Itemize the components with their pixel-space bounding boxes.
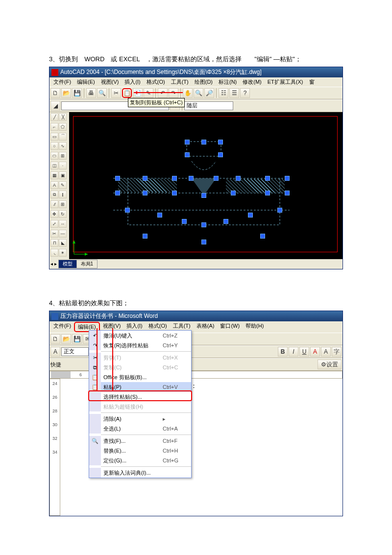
extend-icon[interactable]: — [59,230,67,238]
zoom2-icon[interactable]: 🔎 [204,88,214,98]
save-icon[interactable]: 💾 [72,88,82,98]
style-combo[interactable]: 正文 [61,347,89,356]
menu-window[interactable]: 窗 [306,78,318,86]
menu-item-copy[interactable]: ⧉复制(C)Ctrl+C [89,362,191,372]
chamfer-icon[interactable]: ◣ [59,239,67,247]
redo-icon[interactable]: ↷ [169,88,178,98]
line-icon[interactable]: ╱ [50,113,58,121]
linetype-dropdown[interactable]: 随层 [184,101,233,110]
grip[interactable] [265,176,270,181]
match-icon[interactable]: ✎ [144,88,153,98]
circle-icon[interactable]: ○ [50,142,58,150]
new-icon[interactable]: 🗋 [50,88,60,98]
dc-icon[interactable]: ☰ [229,88,239,98]
grip[interactable] [115,176,120,181]
cut-icon[interactable]: ✂ [111,88,121,98]
menu-item-clear[interactable]: 清除(A)▸ [89,414,191,424]
menu-view[interactable]: 视图(V) [98,78,122,86]
grip[interactable] [143,176,147,181]
menu-draw[interactable]: 绘图(D) [192,78,216,86]
grip[interactable] [260,234,265,239]
grip[interactable] [248,213,253,217]
pline-icon[interactable]: ⌐ [50,123,58,131]
grip[interactable] [172,191,177,195]
fillet-icon[interactable]: ◟ [50,249,58,257]
grip[interactable] [115,191,120,195]
props-icon[interactable]: ☷ [219,88,228,98]
move-icon[interactable]: ✥ [50,210,58,218]
grip[interactable] [185,140,190,145]
offset-icon[interactable]: ⫽ [50,200,58,208]
underline-icon[interactable]: U [299,347,309,357]
break-icon[interactable]: ⊓ [50,239,58,247]
polygon-icon[interactable]: ⬠ [59,123,67,131]
autocad-canvas[interactable] [69,112,343,259]
menu-file[interactable]: 文件(F) [50,322,74,332]
menu-modify[interactable]: 修改(M) [240,78,265,86]
menu-item-find[interactable]: 🔍查找(F)...Ctrl+F [89,436,191,446]
grip[interactable] [189,176,194,181]
stretch-icon[interactable]: ↔ [59,220,67,228]
grip[interactable] [182,219,187,224]
xline-icon[interactable]: ╳ [59,113,67,121]
grip[interactable] [143,191,147,195]
grip[interactable] [277,208,282,213]
grip[interactable] [201,222,206,227]
menu-item-select-all[interactable]: 全选(L)Ctrl+A [89,424,191,434]
menu-item-office-clipboard[interactable]: 📋Office 剪贴板(B)... [89,372,191,382]
grip[interactable] [285,176,290,181]
undo-icon[interactable]: ↶ [158,88,168,98]
hatch-icon[interactable]: ▦ [50,171,58,179]
help-icon[interactable]: ? [240,88,250,98]
region-icon[interactable]: ▣ [59,171,67,179]
grip[interactable] [201,193,206,198]
open-icon[interactable]: 📂 [61,88,71,98]
array-icon[interactable]: ⊞ [59,200,67,208]
menu-item-replace[interactable]: 替换(E)...Ctrl+H [89,446,191,456]
menu-insert[interactable]: 插入(I) [122,78,143,86]
open-icon[interactable]: 📂 [61,334,71,344]
grip[interactable] [125,208,130,213]
print-icon[interactable]: 🖶 [86,88,96,98]
char-shading-icon[interactable]: 字 [332,347,342,357]
char-border-icon[interactable]: A [321,347,331,357]
grip[interactable] [218,140,223,145]
grip[interactable] [265,191,270,195]
rect-icon[interactable]: ▭ [50,133,58,141]
vertical-ruler[interactable]: 24 26 28 30 32 34 [49,379,60,516]
italic-icon[interactable]: I [289,347,298,357]
trim-icon[interactable]: ✂ [50,230,58,238]
menu-dim[interactable]: 标注(N) [216,78,240,86]
mirror-icon[interactable]: ⫿ [59,191,67,198]
explode-icon[interactable]: ✶ [59,249,67,257]
copy2-icon[interactable]: ⧉ [50,191,58,198]
grip[interactable] [285,191,290,195]
spline-icon[interactable]: ∿ [59,142,67,150]
rotate-icon[interactable]: ↻ [59,210,67,218]
layer-icon[interactable]: ◢ [50,101,60,111]
grip[interactable] [201,140,206,145]
pan-icon[interactable]: ✋ [183,88,193,98]
menu-item-goto[interactable]: 定位(G)...Ctrl+G [89,456,191,465]
styles-icon[interactable]: A [50,347,60,357]
scale-icon[interactable]: ⤢ [50,220,58,228]
point-icon[interactable]: · [59,162,67,169]
menu-item-cut[interactable]: ✂剪切(T)Ctrl+X [89,353,191,362]
ellipse-icon[interactable]: ⬭ [50,152,58,160]
menu-help[interactable]: 帮助(H) [243,322,267,332]
menu-item-ime[interactable]: 更新输入法词典(I)... [89,468,191,478]
grip[interactable] [143,234,147,239]
grip[interactable] [201,240,206,244]
insert-icon[interactable]: ⊞ [59,152,67,160]
copy-clipboard-button[interactable]: 📋 [122,88,132,98]
tab-model[interactable]: 模型 [58,260,77,268]
grip[interactable] [236,176,241,181]
menu-tools[interactable]: 工具(T) [168,78,192,86]
menu-table[interactable]: 表格(A) [194,322,218,332]
erase-icon[interactable]: ✎ [59,181,67,189]
font-color-icon[interactable]: A [310,347,320,357]
grip[interactable] [218,152,223,157]
menu-format[interactable]: 格式(O) [144,78,168,86]
menu-item-paste-hyperlink[interactable]: 粘贴为超链接(H) [89,402,191,411]
quick-combo[interactable]: 快捷 [50,361,74,368]
